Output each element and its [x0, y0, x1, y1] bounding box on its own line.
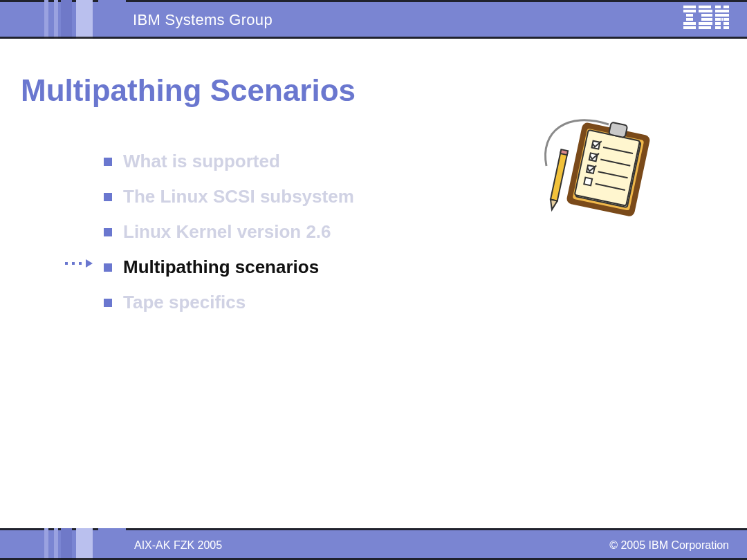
svg-rect-0 [683, 6, 696, 8]
svg-rect-9 [701, 18, 712, 21]
svg-rect-21 [723, 22, 729, 25]
bullet-icon [104, 158, 112, 166]
svg-rect-7 [699, 10, 712, 12]
agenda-item-label: Linux Kernel version 2.6 [123, 221, 331, 243]
svg-rect-37 [551, 152, 567, 201]
clipboard-icon [526, 104, 657, 231]
bullet-icon [104, 263, 112, 272]
svg-rect-19 [723, 18, 729, 21]
agenda-item: The Linux SCSI subsystem [104, 186, 354, 207]
agenda-item-label: Tape specifics [123, 292, 246, 313]
header-group-label: IBM Systems Group [133, 11, 273, 29]
agenda-item: Tape specifics [104, 292, 354, 313]
svg-rect-15 [722, 10, 729, 12]
header-decoration [44, 0, 126, 39]
svg-rect-23 [723, 26, 729, 29]
svg-rect-40 [560, 149, 568, 155]
agenda-item: Linux Kernel version 2.6 [104, 221, 354, 243]
svg-rect-32 [584, 178, 592, 186]
svg-rect-8 [701, 14, 712, 17]
svg-rect-5 [683, 26, 696, 29]
agenda-item-label: Multipathing scenarios [123, 256, 319, 278]
svg-rect-17 [715, 18, 721, 21]
svg-rect-10 [699, 22, 712, 25]
svg-rect-14 [715, 10, 722, 12]
agenda-item-active: Multipathing scenarios [104, 256, 354, 278]
footer-left-label: AIX-AK FZK 2005 [134, 539, 222, 552]
bullet-icon [104, 193, 112, 201]
header-bar: IBM Systems Group [0, 0, 747, 39]
bullet-icon [104, 299, 112, 307]
svg-rect-13 [723, 6, 729, 8]
footer-right-label: © 2005 IBM Corporation [609, 539, 729, 552]
svg-rect-3 [686, 18, 693, 21]
svg-marker-38 [548, 200, 557, 211]
svg-rect-16 [715, 14, 729, 17]
ibm-logo-icon [683, 6, 729, 36]
svg-rect-12 [715, 6, 721, 8]
agenda-list: What is supported The Linux SCSI subsyst… [104, 151, 354, 327]
footer-decoration [44, 528, 126, 560]
svg-rect-2 [686, 14, 693, 17]
current-pointer-icon [65, 259, 93, 268]
agenda-item-label: The Linux SCSI subsystem [123, 186, 354, 207]
page-title: Multipathing Scenarios [21, 73, 356, 108]
svg-rect-22 [715, 26, 721, 29]
svg-rect-18 [721, 18, 723, 21]
svg-rect-1 [683, 10, 696, 12]
agenda-item-label: What is supported [123, 151, 280, 172]
svg-rect-11 [699, 26, 711, 29]
slide: IBM Systems Group Mu [0, 0, 747, 560]
svg-rect-4 [683, 22, 696, 25]
footer-bar: AIX-AK FZK 2005 © 2005 IBM Corporation [0, 528, 747, 560]
svg-rect-28 [609, 122, 627, 138]
svg-rect-6 [699, 6, 711, 8]
agenda-item: What is supported [104, 151, 354, 172]
svg-rect-20 [715, 22, 721, 25]
bullet-icon [104, 228, 112, 236]
